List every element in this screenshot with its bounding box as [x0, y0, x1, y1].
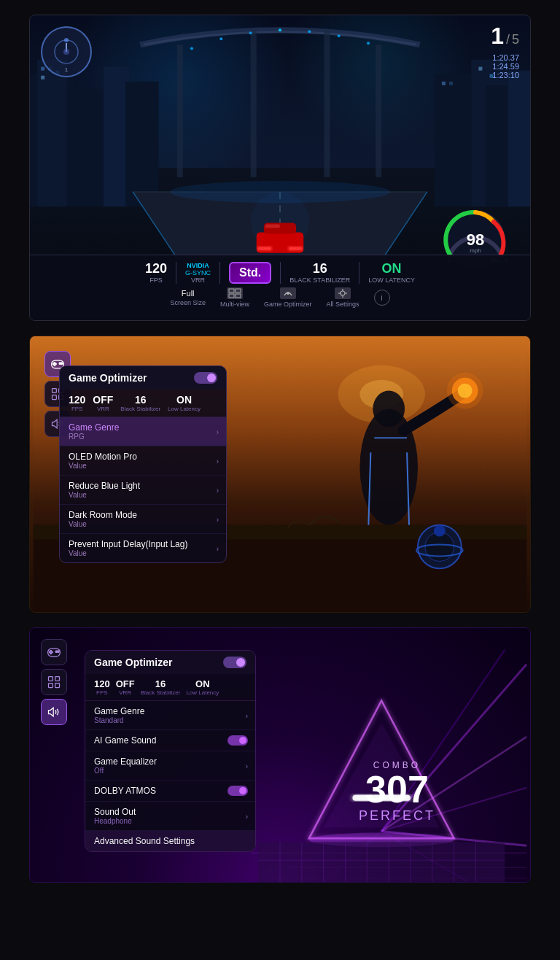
- svg-rect-104: [258, 842, 505, 882]
- gamepad-icon-3: [47, 645, 61, 659]
- svg-point-57: [341, 291, 345, 295]
- opt3-dolby[interactable]: DOLBY ATMOS: [85, 781, 255, 802]
- opt3-game-genre-title: Game Genre: [94, 706, 246, 716]
- reduce-blue-arrow: ›: [217, 486, 219, 494]
- svg-marker-88: [52, 419, 58, 428]
- mode-badge: Std.: [229, 262, 271, 284]
- current-place: 1: [491, 23, 504, 50]
- toggle-switch-3[interactable]: [223, 657, 246, 668]
- opt3-advanced-title: Advanced Sound Settings: [94, 836, 246, 846]
- black-stabilizer-stat: 16 Black Stabilizer: [289, 261, 350, 284]
- steering-icon: [52, 37, 81, 66]
- opt3-ai-game-sound[interactable]: AI Game Sound: [85, 730, 255, 751]
- opt3-bs-val: 16: [141, 678, 181, 689]
- action-screen-size[interactable]: Full Screen Size: [170, 289, 206, 306]
- total-count: 5: [512, 32, 519, 47]
- panel-racing: 1 1 / 5 1:20.37 1:24.59 1:23:10: [29, 15, 531, 321]
- opt-ll-val: ON: [168, 394, 201, 406]
- opt3-game-eq-title: Game Equalizer: [94, 756, 246, 767]
- fps-stat: 120 FPS: [145, 261, 167, 284]
- toggle-knob-2: [207, 373, 216, 382]
- svg-marker-127: [49, 708, 54, 716]
- opt3-advanced-sound[interactable]: Advanced Sound Settings: [85, 831, 255, 851]
- action-screen-size-label: Full: [182, 289, 195, 298]
- opt3-game-eq[interactable]: Game Equalizer Off ›: [85, 751, 255, 781]
- fps-value: 120: [145, 261, 167, 276]
- lap-counter-label: 1: [65, 66, 68, 73]
- low-latency-stat: ON Low Latency: [368, 261, 415, 284]
- opt3-fps-stat: 120 FPS: [94, 678, 110, 696]
- svg-text:98: 98: [467, 231, 484, 249]
- action-info[interactable]: i: [374, 290, 390, 306]
- svg-point-44: [64, 38, 69, 42]
- svg-rect-54: [229, 294, 234, 298]
- low-latency-label: Low Latency: [368, 276, 415, 284]
- optimizer-header-2: Game Optimizer: [60, 366, 226, 390]
- action-screen-size-sublabel: Screen Size: [170, 299, 206, 306]
- toggle-switch-2[interactable]: [194, 372, 217, 384]
- opt3-ai-sound-title: AI Game Sound: [94, 735, 246, 746]
- input-delay-arrow: ›: [217, 544, 219, 552]
- lap-time-3: 1:23:10: [491, 71, 519, 80]
- opt3-sound-out[interactable]: Sound Out Headphone ›: [85, 802, 255, 831]
- game-genre-title: Game Genre: [69, 422, 217, 433]
- hud-bar: 120 FPS NVIDIA G-SYNC VRR Std.: [30, 255, 530, 320]
- opt-ll-stat: ON Low Latency: [168, 394, 201, 412]
- opt3-ll-stat: ON Low Latency: [186, 678, 219, 696]
- divider-4: [359, 262, 359, 284]
- sidebar-volume-btn-3[interactable]: [41, 699, 67, 725]
- action-multiview-label: Multi-view: [220, 301, 249, 308]
- action-multiview[interactable]: Multi-view: [220, 287, 249, 308]
- optimizer-title-2: Game Optimizer: [69, 372, 147, 384]
- reduce-blue-val: Value: [69, 491, 217, 499]
- toggle-knob-3: [236, 658, 245, 667]
- opt3-title: Game Optimizer: [94, 657, 172, 668]
- opt-vrr-lbl: VRR: [93, 406, 113, 412]
- svg-point-46: [63, 49, 69, 55]
- action-all-settings[interactable]: All Settings: [327, 287, 359, 308]
- input-delay-title: Prevent Input Delay(Input Lag): [69, 539, 217, 549]
- menu-item-input-delay[interactable]: Prevent Input Delay(Input Lag) Value ›: [60, 534, 226, 562]
- sidebar-gamepad-btn-3[interactable]: [41, 639, 67, 665]
- divider-2: [219, 262, 220, 284]
- lap-time-1: 1:20.37: [491, 53, 519, 62]
- menu-item-reduce-blue[interactable]: Reduce Blue Light Value ›: [60, 476, 226, 505]
- hud-stats-row: 120 FPS NVIDIA G-SYNC VRR Std.: [145, 261, 415, 284]
- vrr-type: G-SYNC: [185, 269, 211, 276]
- opt-bs-lbl: Black Stabilizer: [120, 406, 160, 412]
- city-background: [30, 15, 530, 168]
- menu-item-oled-motion[interactable]: OLED Motion Pro Value ›: [60, 446, 226, 476]
- svg-point-117: [50, 651, 52, 652]
- svg-point-78: [54, 363, 55, 364]
- input-delay-val: Value: [69, 549, 217, 557]
- opt3-dolby-title: DOLBY ATMOS: [94, 786, 246, 796]
- svg-point-79: [54, 365, 55, 366]
- svg-rect-55: [236, 294, 241, 298]
- multiview-icon: [227, 287, 243, 299]
- opt3-ai-sound-toggle[interactable]: [228, 735, 248, 746]
- menu-item-dark-room[interactable]: Dark Room Mode Value ›: [60, 505, 226, 534]
- race-position: 1 / 5 1:20.37 1:24.59 1:23:10: [491, 23, 519, 80]
- dark-room-val: Value: [69, 520, 217, 528]
- opt-ll-lbl: Low Latency: [168, 406, 201, 412]
- opt3-game-genre-arrow: ›: [246, 711, 248, 719]
- svg-point-56: [287, 292, 289, 295]
- page-container: 1 1 / 5 1:20.37 1:24.59 1:23:10: [0, 0, 560, 897]
- optimizer-panel-3: Game Optimizer 120 FPS OFF VRR: [85, 650, 256, 852]
- optimizer-panel-2: Game Optimizer 120 FPS OFF VRR: [59, 365, 227, 563]
- sidebar-grid-btn-3[interactable]: [41, 669, 67, 695]
- opt-fps-val: 120: [69, 394, 85, 406]
- optimizer-icon: [280, 287, 296, 299]
- opt3-game-genre[interactable]: Game Genre Standard ›: [85, 701, 255, 730]
- svg-rect-125: [49, 684, 53, 688]
- opt3-dolby-toggle[interactable]: [228, 786, 248, 796]
- svg-marker-29: [133, 192, 427, 258]
- svg-rect-41: [257, 246, 273, 252]
- svg-point-68: [373, 391, 405, 427]
- svg-text:mph: mph: [470, 247, 481, 254]
- opt-bs-val: 16: [120, 394, 160, 406]
- svg-point-33: [170, 181, 391, 203]
- action-game-optimizer[interactable]: Game Optimizer: [264, 287, 312, 308]
- oled-motion-title: OLED Motion Pro: [69, 452, 217, 462]
- menu-item-game-genre[interactable]: Game Genre RPG ›: [60, 417, 226, 446]
